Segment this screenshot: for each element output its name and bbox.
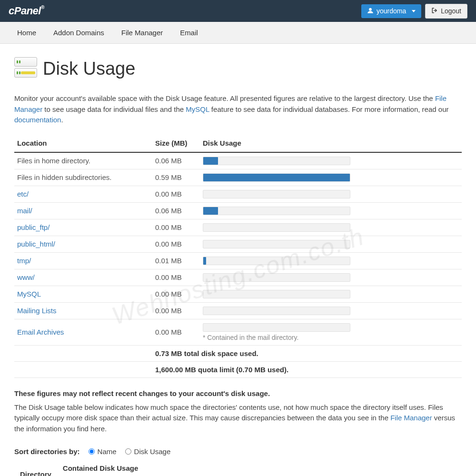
- intro-text: Monitor your account's available space w…: [14, 93, 462, 126]
- usage-bar: [203, 257, 350, 265]
- location-label: Files in home directory.: [14, 152, 152, 169]
- sort-name-radio[interactable]: [89, 448, 95, 455]
- usage-cell: [200, 286, 462, 302]
- table-row: public_ftp/0.00 MB: [14, 219, 462, 236]
- usage-bar: [203, 173, 350, 182]
- usage-bar: [203, 307, 350, 315]
- size-cell: 0.00 MB: [152, 286, 200, 302]
- logout-label: Logout: [441, 7, 461, 15]
- size-cell: 0.00 MB: [152, 219, 200, 236]
- directories-table: Directory Contained Disk Usage MB Bytes …: [14, 462, 144, 476]
- usage-cell: [200, 186, 462, 202]
- th-directory: Directory: [14, 462, 57, 476]
- location-link[interactable]: MySQL: [17, 290, 41, 298]
- documentation-link[interactable]: documentation: [14, 116, 61, 124]
- size-cell: 0.06 MB: [152, 202, 200, 219]
- brand-logo: cPanel®: [9, 5, 44, 17]
- usage-cell: [200, 252, 462, 269]
- sort-usage-radio[interactable]: [125, 448, 131, 455]
- usage-bar: [203, 240, 350, 248]
- location-link[interactable]: Email Archives: [17, 328, 64, 336]
- usage-cell: [200, 219, 462, 236]
- caret-down-icon: [412, 10, 416, 12]
- table-row: public_html/0.00 MB: [14, 236, 462, 252]
- location-link[interactable]: mail/: [17, 207, 32, 215]
- logout-button[interactable]: Logout: [425, 4, 467, 19]
- th-bytes: Bytes: [93, 474, 144, 476]
- navbar: HomeAddon DomainsFile ManagerEmail: [0, 22, 476, 44]
- svg-point-0: [369, 8, 372, 10]
- usage-bar: [203, 157, 350, 165]
- size-cell: 0.00 MB: [152, 302, 200, 319]
- size-cell: 0.00 MB: [152, 319, 200, 345]
- location-link[interactable]: public_ftp/: [17, 223, 50, 231]
- sort-label: Sort directories by:: [14, 447, 80, 456]
- usage-cell: [200, 202, 462, 219]
- username-label: yourdoma: [377, 7, 406, 15]
- th-usage: Disk Usage: [200, 134, 462, 152]
- usage-bar: [203, 273, 350, 282]
- topbar: cPanel® yourdoma Logout: [0, 0, 476, 22]
- usage-bar: [203, 190, 350, 198]
- nav-item-home[interactable]: Home: [9, 22, 45, 43]
- th-mb: MB: [57, 474, 93, 476]
- usage-cell: * Contained in the mail directory.: [200, 319, 462, 345]
- location-link[interactable]: www/: [17, 273, 35, 281]
- row-note: * Contained in the mail directory.: [203, 334, 459, 341]
- size-cell: 0.59 MB: [152, 169, 200, 186]
- th-contained: Contained Disk Usage: [57, 462, 144, 474]
- size-cell: 0.06 MB: [152, 152, 200, 169]
- table-row: tmp/0.01 MB: [14, 252, 462, 269]
- size-cell: 0.00 MB: [152, 186, 200, 202]
- usage-bar: [203, 290, 350, 298]
- usage-bar: [203, 207, 350, 215]
- usage-cell: [200, 302, 462, 319]
- total-used: 0.73 MB total disk space used.: [152, 345, 462, 361]
- usage-bar: [203, 223, 350, 232]
- location-link[interactable]: public_html/: [17, 240, 55, 248]
- nav-item-email[interactable]: Email: [171, 22, 207, 43]
- location-label: Files in hidden subdirectories.: [14, 169, 152, 186]
- table-row: mail/0.06 MB: [14, 202, 462, 219]
- logout-icon: [431, 7, 438, 15]
- usage-cell: [200, 236, 462, 252]
- location-link[interactable]: Mailing Lists: [17, 307, 57, 315]
- sort-usage-label: Disk Usage: [134, 447, 171, 456]
- size-cell: 0.01 MB: [152, 252, 200, 269]
- mysql-link[interactable]: MySQL: [186, 105, 209, 113]
- table-row: www/0.00 MB: [14, 269, 462, 286]
- sort-name-label: Name: [98, 447, 117, 456]
- quota-limit: 1,600.00 MB quota limit (0.70 MB used).: [152, 361, 462, 377]
- location-link[interactable]: tmp/: [17, 257, 31, 265]
- table-row: Files in hidden subdirectories.0.59 MB: [14, 169, 462, 186]
- table-row: etc/0.00 MB: [14, 186, 462, 202]
- location-link[interactable]: etc/: [17, 190, 29, 198]
- figures-note-desc: The Disk Usage table below indicates how…: [14, 402, 462, 435]
- figures-note-heading: These figures may not reflect recent cha…: [14, 389, 462, 397]
- th-size: Size (MB): [152, 134, 200, 152]
- table-row: Email Archives0.00 MB* Contained in the …: [14, 319, 462, 345]
- th-location: Location: [14, 134, 152, 152]
- usage-bar: [203, 323, 350, 332]
- nav-item-file-manager[interactable]: File Manager: [113, 22, 172, 43]
- disk-usage-table: Location Size (MB) Disk Usage Files in h…: [14, 134, 462, 378]
- user-icon: [367, 7, 374, 15]
- size-cell: 0.00 MB: [152, 269, 200, 286]
- page-header: Disk Usage: [14, 57, 462, 80]
- file-manager-link-2[interactable]: File Manager: [390, 414, 432, 422]
- size-cell: 0.00 MB: [152, 236, 200, 252]
- table-row: MySQL0.00 MB: [14, 286, 462, 302]
- sort-row: Sort directories by: Name Disk Usage: [14, 447, 462, 456]
- table-row: Mailing Lists0.00 MB: [14, 302, 462, 319]
- page-title: Disk Usage: [43, 59, 135, 79]
- disk-usage-icon: [14, 57, 37, 80]
- usage-cell: [200, 169, 462, 186]
- usage-cell: [200, 269, 462, 286]
- table-row: Files in home directory.0.06 MB: [14, 152, 462, 169]
- user-menu-button[interactable]: yourdoma: [361, 4, 421, 18]
- nav-item-addon-domains[interactable]: Addon Domains: [45, 22, 113, 43]
- usage-cell: [200, 152, 462, 169]
